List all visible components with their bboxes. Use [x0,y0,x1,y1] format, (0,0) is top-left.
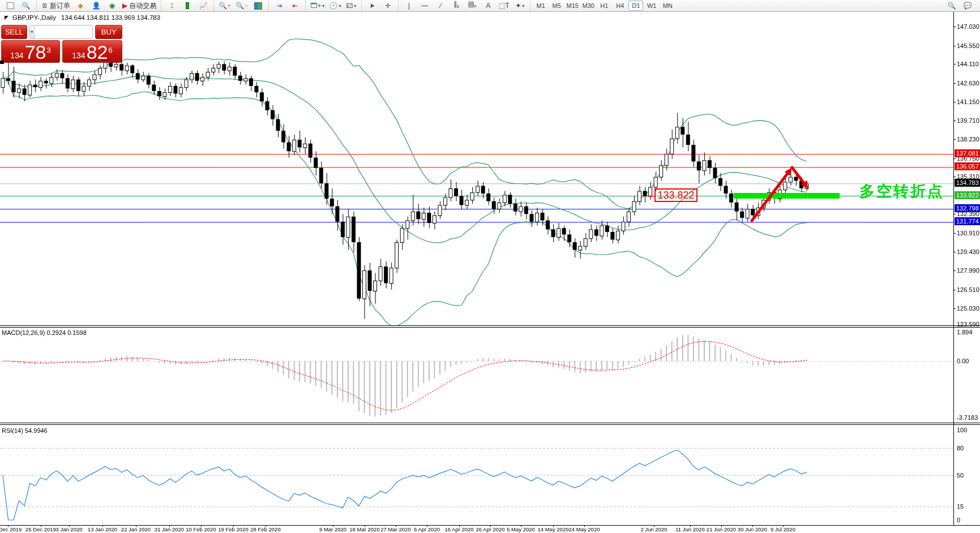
crosshair-icon[interactable]: ✛ [380,0,395,11]
candlestick-chart-icon[interactable] [180,0,195,11]
buy-price-display[interactable]: 134 82 6 [62,40,122,63]
timeframe-button-h1[interactable]: H1 [597,1,611,11]
timeframe-button-m30[interactable]: M30 [581,1,596,11]
auto-trading-button[interactable]: ▶ 自动交易 [121,0,158,11]
buy-price-big: 82 [87,43,108,61]
date-axis-label: 11 Jun 2020 [675,526,705,532]
chat-icon[interactable]: 💬 [960,0,975,11]
line-chart-icon[interactable]: 📈 [196,0,211,11]
date-axis-label: 13 Jan 2020 [88,526,117,532]
price-axis-label: 129.430 [957,248,979,255]
price-axis-label: 142.630 [957,80,979,87]
new-order-label: 新订单 [50,1,70,11]
date-axis-tick [233,525,234,527]
date-axis-tick [584,525,585,527]
volume-decrease-button[interactable]: ▼ [30,25,35,38]
date-axis-tick [490,525,491,527]
date-axis-label: 19 Feb 2020 [218,526,248,532]
rsi-axis-label: 0 [957,517,960,523]
timeframe-button-h4[interactable]: H4 [613,1,627,11]
zoom-out-icon[interactable]: 🔍− [234,0,250,11]
macd-pane-label: MACD(12,26,9) 0.2924 0.1598 [2,329,87,336]
pane-separator[interactable] [0,423,980,423]
price-axis-tick [953,102,956,102]
date-axis-label: 26 Apr 2020 [476,526,504,532]
trendline-icon[interactable]: ∕ [433,0,448,11]
tile-windows-icon[interactable] [251,0,266,11]
price-axis-tick [953,177,956,177]
volume-stepper: ▼ ▲ [29,25,93,39]
search-icon[interactable]: 🔍 [944,0,959,11]
date-axis-tick [752,525,753,527]
date-axis-tick [365,525,365,527]
sell-button[interactable]: SELL [1,25,27,39]
date-axis-tick [654,525,654,527]
timeframe-button-m1[interactable]: M1 [533,1,548,11]
date-axis-label: 14 May 2020 [538,526,569,532]
bar-chart-icon[interactable]: ⌶ [164,0,179,11]
horizontal-line-icon[interactable]: — [417,0,432,11]
macd-axis-label: 0.00 [957,358,969,364]
price-axis-tick [953,64,956,65]
panel-grip[interactable] [0,61,4,64]
price-axis-label: 127.990 [957,267,979,274]
chart-shift-icon[interactable]: ⇤ [288,0,302,11]
pane-separator[interactable] [0,327,980,328]
price-axis-tick [953,46,956,46]
auto-trading-label: 自动交易 [129,1,156,11]
arrows-icon[interactable]: ✦▾ [512,0,527,11]
pane-separator[interactable] [0,325,980,326]
new-order-button[interactable]: 🗎 新订单 [40,0,72,11]
text-icon[interactable]: A [481,0,495,11]
auto-scroll-icon[interactable]: ⇥ [272,0,286,11]
timeframe-button-w1[interactable]: W1 [644,1,659,11]
sell-price-big: 78 [25,43,46,61]
zoom-in-icon[interactable]: 🔍+ [217,0,233,11]
price-tag: 137.081 [955,149,980,157]
date-axis-tick [521,525,521,527]
trading-terminal-window: 🔍 🗎 新订单 ◆ 👤 ◉ ▶ 自动交易 ⌶ 📈 🔍+ 🔍− ⇥ [0,0,980,533]
toolbar-group-zoom: 🔍+ 🔍− [213,0,268,11]
date-axis-tick [690,525,691,527]
indicators-icon[interactable]: 🗔+▾ [309,0,326,11]
fibonacci-icon[interactable]: ▤F [465,0,480,11]
price-axis-label: 139.710 [957,117,979,124]
date-axis-label: 6 Apr 2020 [414,526,440,532]
date-axis-tick [459,525,460,527]
volume-input[interactable] [35,25,93,38]
new-chart-icon[interactable] [3,0,18,11]
date-axis-label: 10 Feb 2020 [186,526,216,532]
timeframe-button-d1[interactable]: D1 [628,1,643,11]
templates-icon[interactable]: 🗠▾ [344,0,358,11]
sell-price-display[interactable]: 134 78 3 [1,40,60,63]
periods-icon[interactable]: 🕒▾ [327,0,343,11]
price-axis-tick [953,233,956,234]
market-watch-icon[interactable]: ◆ [73,0,88,11]
auto-trading-icon: ▶ [122,2,127,9]
price-tag: 132.798 [955,204,980,212]
turning-point-annotation[interactable]: 多空转折点 [859,181,944,201]
date-axis-tick [427,525,427,527]
timeframe-button-m15[interactable]: M15 [565,1,580,11]
price-axis-tick [953,27,956,27]
toolbar-group-right: 🔍 💬 [944,0,980,11]
equidistant-channel-icon[interactable]: ∥E [449,0,464,11]
rsi-current-value: 54.9946 [25,427,48,434]
chart-preview-icon[interactable]: 🔍 [19,0,33,11]
toolbar-group-windows: 🔍 [0,0,36,11]
price-callout-label[interactable]: 133.822 [654,188,697,202]
vertical-line-icon[interactable]: | [401,0,416,11]
pane-separator[interactable] [0,424,980,425]
buy-price-prefix: 134 [72,50,85,61]
date-axis-tick [783,525,784,527]
signals-icon[interactable]: ◉ [105,0,119,11]
text-label-icon[interactable]: ⬚T [497,0,511,11]
cursor-icon[interactable]: ➤ [365,0,379,11]
date-axis-tick [136,525,136,527]
price-chart-canvas[interactable] [0,0,980,533]
mailbox-icon[interactable]: 👤 [89,0,104,11]
date-axis-label: 27 Mar 2020 [380,526,410,532]
timeframe-button-mn[interactable]: MN [660,1,675,11]
buy-button[interactable]: BUY [95,25,122,39]
timeframe-button-m5[interactable]: M5 [549,1,564,11]
